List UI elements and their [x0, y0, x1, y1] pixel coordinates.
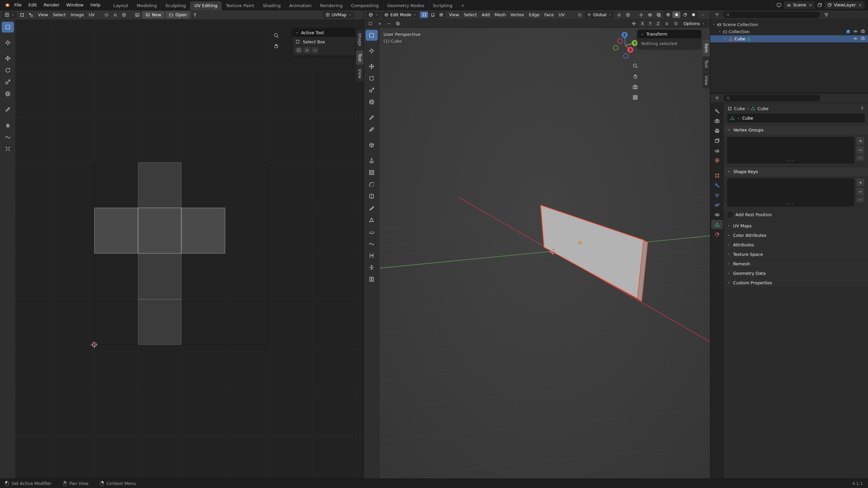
transform-options-button[interactable] [672, 20, 680, 27]
tool-select-box[interactable] [366, 30, 378, 41]
vertex-groups-panel-header[interactable]: Vertex Groups [724, 125, 868, 134]
data-name-field[interactable]: Cube [727, 114, 865, 122]
breadcrumb-data[interactable]: Cube [757, 106, 768, 111]
viewport-menu-vertex[interactable]: Vertex [508, 10, 527, 20]
workspace-tab-texture-paint[interactable]: Texture Paint [222, 1, 259, 10]
uv-menu-view[interactable]: View [36, 10, 51, 20]
zoom-control[interactable] [632, 63, 638, 70]
tool-cursor[interactable] [366, 45, 378, 56]
show-overlays-toggle[interactable] [646, 11, 654, 18]
uv-editor-type-selector[interactable] [2, 11, 17, 18]
mirror-z-toggle[interactable]: Z [655, 21, 662, 27]
properties-tab-physics[interactable] [711, 200, 723, 209]
uv-sync-selection-toggle[interactable] [18, 11, 26, 18]
face-select-mode-button[interactable] [437, 12, 445, 18]
edge-select-mode-button[interactable] [429, 12, 437, 18]
gizmo-axis-ball[interactable] [624, 54, 628, 58]
uv-menu-image[interactable]: Image [68, 10, 86, 20]
tool-select-box[interactable] [2, 22, 14, 33]
panel-header-texture-space[interactable]: Texture Space [724, 249, 868, 259]
uv-sidebar-tab-view[interactable]: View [356, 65, 363, 82]
uv-mode-extend-button[interactable] [303, 47, 310, 53]
pan-control[interactable] [632, 74, 638, 80]
panel-header-attributes[interactable]: Attributes [724, 240, 868, 249]
breadcrumb-object[interactable]: Cube [734, 106, 745, 111]
select-mode-extend-button[interactable] [376, 20, 383, 27]
gizmo-axis-ball[interactable] [618, 39, 623, 43]
outliner-display-mode[interactable] [713, 11, 721, 18]
workspace-tab-scripting[interactable]: Scripting [429, 1, 457, 10]
tool-knife[interactable] [366, 203, 378, 214]
workspace-tab-compositing[interactable]: Compositing [347, 1, 383, 10]
panel-header-uv-maps[interactable]: UV Maps [724, 221, 868, 230]
shading-options-dropdown[interactable] [699, 11, 707, 18]
panel-header-custom-properties[interactable]: Custom Properties [724, 278, 868, 287]
pivot-point-selector[interactable] [576, 11, 584, 18]
properties-search-input[interactable] [724, 95, 820, 101]
uv-map-selector[interactable]: UVMap [323, 11, 354, 18]
properties-tab-output[interactable] [711, 126, 723, 135]
cube-object[interactable] [540, 205, 644, 299]
workspace-tab-modeling[interactable]: Modeling [133, 1, 161, 10]
properties-tab-tool[interactable] [711, 106, 723, 116]
tool-annotate[interactable] [366, 112, 378, 123]
open-image-button[interactable]: Open [165, 11, 190, 19]
panel-header-remesh[interactable]: Remesh [724, 259, 868, 268]
uv-face[interactable] [181, 208, 225, 253]
mirror-y-toggle[interactable]: Y [647, 21, 654, 27]
tool-bevel[interactable] [366, 179, 378, 190]
tool-add-cube[interactable] [366, 140, 378, 150]
vertex-groups-list[interactable]: ••• [727, 137, 854, 163]
uv-pan-control[interactable] [273, 43, 279, 50]
hide-toggle[interactable] [853, 36, 858, 42]
viewport-editor-type-selector[interactable] [366, 11, 381, 18]
outliner-row-collection[interactable]: Collection [710, 28, 868, 35]
shape-key-specials-button[interactable] [856, 197, 864, 202]
tool-measure[interactable] [366, 124, 378, 135]
workspace-tab-shading[interactable]: Shading [259, 1, 285, 10]
tool-shrink-fatten[interactable] [366, 262, 378, 273]
tool-scale[interactable] [366, 85, 378, 96]
shading-rendered-button[interactable] [689, 12, 697, 18]
viewport-menu-uv[interactable]: UV [556, 10, 567, 20]
properties-tab-object-data[interactable] [711, 220, 723, 229]
tool-rotate[interactable] [2, 65, 14, 76]
list-resize-grip[interactable]: ••• [787, 159, 794, 163]
tool-move[interactable] [366, 61, 378, 72]
proportional-editing-toggle[interactable] [624, 11, 632, 18]
tool-spin[interactable] [366, 226, 378, 237]
properties-tab-world[interactable] [711, 156, 723, 165]
properties-tab-constraints[interactable] [711, 210, 723, 219]
tool-loop-cut[interactable] [366, 191, 378, 202]
menu-window[interactable]: Window [63, 0, 87, 10]
vertex-select-mode-button[interactable] [420, 12, 428, 18]
new-image-button[interactable]: New [142, 11, 164, 19]
workspace-tab-animation[interactable]: Animation [285, 1, 316, 10]
uv-menu-select[interactable]: Select [51, 10, 68, 20]
add-workspace-button[interactable]: + [457, 1, 469, 10]
transform-orientation-selector[interactable]: Global [585, 11, 614, 18]
panel-header-geometry-data[interactable]: Geometry Data [724, 268, 868, 278]
mirror-icon-button[interactable] [630, 20, 638, 27]
view-layer-selector[interactable]: ViewLayer × [825, 1, 865, 9]
uv-zoom-control[interactable] [273, 33, 279, 39]
camera-toggle[interactable] [861, 36, 865, 42]
transform-panel-header[interactable]: Transform [637, 30, 701, 38]
menu-help[interactable]: Help [87, 0, 104, 10]
uv-face[interactable] [138, 253, 182, 299]
shape-key-remove-button[interactable] [856, 188, 864, 196]
workspace-tab-layout[interactable]: Layout [109, 1, 133, 10]
options-dropdown[interactable]: Options [681, 20, 707, 27]
uv-mode-new-button[interactable] [295, 47, 302, 53]
viewport-menu-mesh[interactable]: Mesh [492, 10, 508, 20]
viewport-sidebar-tab-view[interactable]: View [703, 72, 710, 88]
uv-pin-button[interactable] [191, 11, 199, 18]
viewport-sidebar-tab-item[interactable]: Item [703, 40, 710, 56]
tool-move[interactable] [2, 53, 14, 64]
tool-rip-region[interactable] [366, 274, 378, 285]
add-rest-position-checkbox[interactable] [728, 212, 732, 217]
outliner-search-input[interactable] [723, 12, 820, 18]
tool-cursor[interactable] [2, 37, 14, 48]
properties-tab-view-layer[interactable] [711, 136, 723, 145]
workspace-tab-rendering[interactable]: Rendering [316, 1, 347, 10]
